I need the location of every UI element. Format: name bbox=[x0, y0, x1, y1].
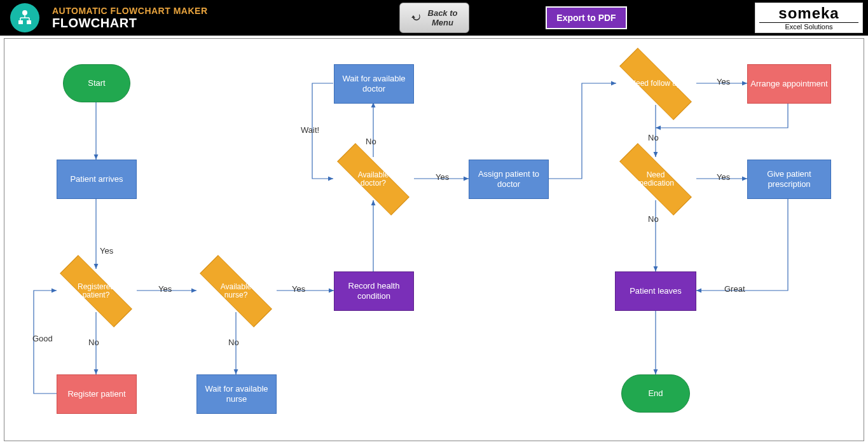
node-arrange-appointment[interactable]: Arrange appointment bbox=[747, 64, 831, 104]
edge-wait: Wait! bbox=[301, 125, 319, 135]
edge-good: Good bbox=[32, 334, 53, 343]
export-pdf-button[interactable]: Export to PDF bbox=[546, 6, 627, 29]
patient-leaves-label: Patient leaves bbox=[630, 286, 682, 296]
available-nurse-label: Available nurse? bbox=[209, 283, 263, 299]
edge-no-1: No bbox=[88, 338, 99, 347]
back-button-label: Back to Menu bbox=[427, 8, 458, 27]
patient-arrives-label: Patient arrives bbox=[70, 174, 123, 184]
flowchart-canvas: Start Patient arrives Registered patient… bbox=[4, 38, 864, 441]
node-available-nurse[interactable]: Available nurse? bbox=[198, 269, 274, 313]
svg-rect-2 bbox=[27, 20, 31, 24]
node-available-doctor[interactable]: Available doctor? bbox=[335, 157, 411, 202]
edge-no-4: No bbox=[648, 133, 659, 142]
registered-patient-label: Registered patient? bbox=[69, 283, 123, 299]
edge-yes-4: Yes bbox=[436, 172, 449, 182]
export-button-label: Export to PDF bbox=[556, 13, 616, 23]
wait-nurse-label: Wait for available nurse bbox=[200, 384, 273, 404]
give-prescription-label: Give patient prescription bbox=[750, 169, 828, 189]
edge-great: Great bbox=[724, 284, 745, 294]
arrange-appt-label: Arrange appointment bbox=[750, 79, 827, 89]
edge-yes-6: Yes bbox=[717, 172, 730, 182]
record-health-label: Record health condition bbox=[337, 281, 411, 301]
back-to-menu-button[interactable]: Back to Menu bbox=[399, 3, 469, 33]
node-need-medication[interactable]: Need medication bbox=[617, 157, 694, 202]
node-end[interactable]: End bbox=[621, 374, 690, 413]
node-wait-nurse[interactable]: Wait for available nurse bbox=[196, 374, 277, 414]
brand-name: someka bbox=[759, 4, 858, 22]
node-need-followup[interactable]: Need follow up bbox=[617, 62, 694, 106]
assign-patient-label: Assign patient to doctor bbox=[472, 169, 546, 189]
node-wait-doctor[interactable]: Wait for available doctor bbox=[334, 64, 414, 104]
app-header: AUTOMATIC FLOWCHART MAKER FLOWCHART Back… bbox=[0, 0, 868, 36]
page-title: FLOWCHART bbox=[52, 16, 208, 31]
edge-yes-5: Yes bbox=[717, 77, 730, 86]
node-registered-patient[interactable]: Registered patient? bbox=[58, 269, 134, 313]
edge-no-3: No bbox=[366, 137, 376, 146]
edge-yes-3: Yes bbox=[292, 284, 305, 294]
wait-doctor-label: Wait for available doctor bbox=[337, 74, 411, 93]
node-assign-patient[interactable]: Assign patient to doctor bbox=[469, 160, 549, 199]
node-patient-arrives[interactable]: Patient arrives bbox=[57, 160, 137, 199]
start-label: Start bbox=[88, 78, 105, 88]
need-followup-label: Need follow up bbox=[630, 79, 680, 88]
app-logo bbox=[10, 3, 39, 32]
app-title: AUTOMATIC FLOWCHART MAKER bbox=[52, 6, 208, 16]
edge-no-2: No bbox=[228, 338, 239, 347]
edge-yes-1: Yes bbox=[100, 246, 113, 256]
register-patient-label: Register patient bbox=[67, 389, 125, 399]
flowchart-icon bbox=[16, 9, 34, 27]
brand-tagline: Excel Solutions bbox=[759, 22, 858, 31]
edge-yes-2: Yes bbox=[158, 284, 172, 294]
node-start[interactable]: Start bbox=[63, 64, 130, 102]
available-doctor-label: Available doctor? bbox=[347, 171, 400, 188]
end-label: End bbox=[648, 388, 663, 399]
brand-logo: someka Excel Solutions bbox=[755, 3, 863, 33]
back-arrow-icon bbox=[410, 11, 423, 24]
header-titles: AUTOMATIC FLOWCHART MAKER FLOWCHART bbox=[52, 6, 208, 31]
node-register-patient[interactable]: Register patient bbox=[57, 374, 137, 414]
node-give-prescription[interactable]: Give patient prescription bbox=[747, 160, 831, 199]
node-patient-leaves[interactable]: Patient leaves bbox=[615, 271, 696, 311]
edge-no-5: No bbox=[648, 214, 659, 224]
node-record-health[interactable]: Record health condition bbox=[334, 271, 414, 311]
svg-point-0 bbox=[22, 10, 27, 15]
need-medication-label: Need medication bbox=[629, 171, 682, 188]
svg-rect-1 bbox=[18, 20, 23, 24]
